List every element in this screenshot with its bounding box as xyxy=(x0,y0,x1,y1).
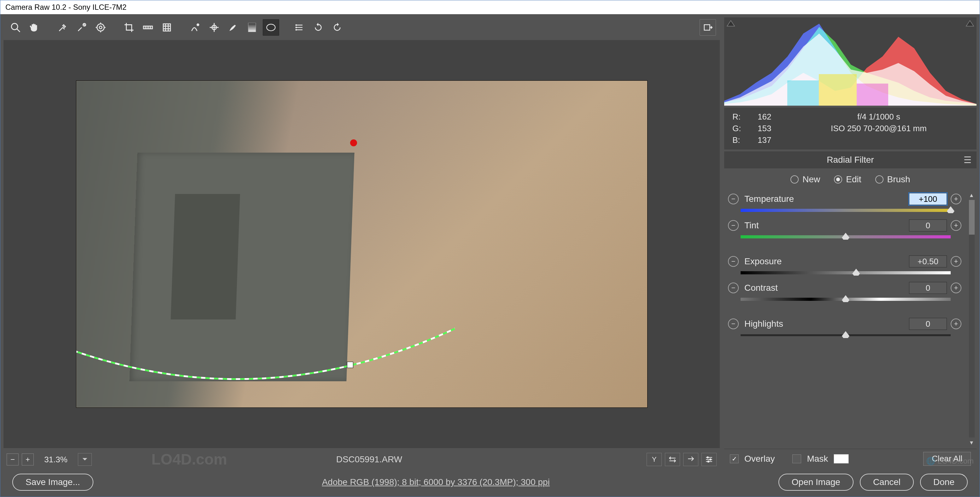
zoom-level: 31.3% xyxy=(37,453,75,466)
panel-menu-icon[interactable]: ☰ xyxy=(964,155,972,165)
color-readout: R:162 f/4 1/1000 s G:153 ISO 250 70-200@… xyxy=(724,108,977,149)
slider-label: Highlights xyxy=(745,319,905,329)
svg-line-1 xyxy=(17,29,20,32)
cancel-button[interactable]: Cancel xyxy=(860,474,914,491)
mask-checkbox[interactable] xyxy=(792,454,801,463)
minus-icon[interactable]: − xyxy=(728,283,739,293)
bottom-bar: Save Image... LO4D.com Adobe RGB (1998);… xyxy=(3,471,977,494)
sliders-button[interactable] xyxy=(702,453,717,466)
slider-track[interactable] xyxy=(741,332,951,338)
plus-icon[interactable]: + xyxy=(951,283,961,293)
slider-value[interactable]: +100 xyxy=(909,193,947,205)
zoom-out-button[interactable]: − xyxy=(6,454,19,465)
before-after-button[interactable]: Y xyxy=(647,453,662,466)
svg-point-28 xyxy=(296,25,297,25)
svg-point-19 xyxy=(197,24,199,26)
plus-icon[interactable]: + xyxy=(951,256,961,267)
mode-edit[interactable]: Edit xyxy=(834,175,861,184)
minus-icon[interactable]: − xyxy=(728,194,739,204)
preview-status-bar: − + 31.3% DSC05991.ARW Y xyxy=(3,451,720,468)
rotate-left-icon[interactable] xyxy=(310,19,326,36)
targeted-adjust-icon[interactable] xyxy=(92,19,109,36)
workflow-options-link[interactable]: Adobe RGB (1998); 8 bit; 6000 by 3376 (2… xyxy=(322,477,550,487)
transform-icon[interactable] xyxy=(159,19,175,36)
slider-tint: −Tint0+ xyxy=(728,219,973,242)
slider-label: Tint xyxy=(745,221,905,230)
slider-thumb[interactable] xyxy=(842,331,850,338)
mode-brush[interactable]: Brush xyxy=(875,175,910,184)
slider-value[interactable]: 0 xyxy=(909,219,947,232)
mask-color-swatch[interactable] xyxy=(834,454,849,464)
svg-point-3 xyxy=(99,26,102,29)
highlight-clip-icon[interactable] xyxy=(965,19,975,27)
scroll-up-icon[interactable]: ▴ xyxy=(967,191,976,199)
slider-thumb[interactable] xyxy=(842,295,850,302)
exif-line1: f/4 1/1000 s xyxy=(789,112,968,122)
svg-rect-40 xyxy=(857,84,888,106)
slider-value[interactable]: 0 xyxy=(909,318,947,330)
filename-label: DSC05991.ARW xyxy=(95,454,643,465)
export-icon[interactable] xyxy=(700,19,716,36)
hand-icon[interactable] xyxy=(26,19,43,36)
done-button[interactable]: Done xyxy=(920,474,968,491)
rotate-right-icon[interactable] xyxy=(329,19,345,36)
radial-filter-icon[interactable] xyxy=(263,19,279,36)
histogram[interactable] xyxy=(724,17,977,106)
plus-icon[interactable]: + xyxy=(951,319,961,329)
scroll-down-icon[interactable]: ▾ xyxy=(967,438,976,447)
minus-icon[interactable]: − xyxy=(728,256,739,267)
svg-point-0 xyxy=(11,23,18,30)
crop-icon[interactable] xyxy=(121,19,137,36)
scrollbar-thumb[interactable] xyxy=(969,200,975,235)
mask-label: Mask xyxy=(807,454,828,464)
svg-point-36 xyxy=(710,459,711,460)
image-preview[interactable] xyxy=(3,40,720,448)
zoom-in-button[interactable]: + xyxy=(22,454,34,465)
slider-track[interactable] xyxy=(741,234,951,240)
slider-highlights: −Highlights0+ xyxy=(728,318,973,341)
slider-label: Contrast xyxy=(745,283,905,293)
slider-track[interactable] xyxy=(741,270,951,276)
slider-value[interactable]: +0.50 xyxy=(909,256,947,267)
r-value: 162 xyxy=(757,112,789,122)
color-sampler-icon[interactable] xyxy=(73,19,90,36)
straighten-icon[interactable] xyxy=(140,19,156,36)
slider-track[interactable] xyxy=(741,208,951,213)
plus-icon[interactable]: + xyxy=(951,220,961,231)
slider-thumb[interactable] xyxy=(947,206,955,213)
sample-point[interactable] xyxy=(350,140,357,146)
minus-icon[interactable]: − xyxy=(728,220,739,231)
eyedropper-icon[interactable] xyxy=(54,19,71,36)
slider-thumb[interactable] xyxy=(852,269,860,276)
slider-value[interactable]: 0 xyxy=(909,282,947,294)
r-label: R: xyxy=(732,112,757,122)
slider-thumb[interactable] xyxy=(842,233,850,240)
preferences-icon[interactable] xyxy=(291,19,307,36)
exif-line2: ISO 250 70-200@161 mm xyxy=(789,124,968,133)
main-toolbar xyxy=(3,17,720,38)
save-image-button[interactable]: Save Image... xyxy=(12,474,93,491)
copy-settings-button[interactable] xyxy=(683,453,698,466)
redeye-icon[interactable] xyxy=(206,19,223,36)
swap-button[interactable] xyxy=(665,453,680,466)
overlay-checkbox[interactable]: ✓ xyxy=(730,454,739,463)
open-image-button[interactable]: Open Image xyxy=(778,474,854,491)
radial-filter-overlay[interactable] xyxy=(76,310,455,407)
radio-icon xyxy=(791,175,799,184)
minus-icon[interactable]: − xyxy=(728,319,739,329)
slider-track[interactable] xyxy=(741,297,951,302)
svg-point-30 xyxy=(296,29,297,30)
scrollbar-track[interactable] xyxy=(969,200,975,437)
adjustment-brush-icon[interactable] xyxy=(225,19,241,36)
clear-all-button[interactable]: Clear All xyxy=(923,452,971,466)
shadow-clip-icon[interactable] xyxy=(726,19,735,27)
mode-new[interactable]: New xyxy=(791,175,820,184)
overlay-handle[interactable] xyxy=(347,362,353,368)
spot-removal-icon[interactable] xyxy=(187,19,204,36)
zoom-dropdown[interactable] xyxy=(78,453,92,466)
slider-exposure: −Exposure+0.50+ xyxy=(728,256,973,278)
graduated-filter-icon[interactable] xyxy=(244,19,260,36)
zoom-icon[interactable] xyxy=(7,19,24,36)
plus-icon[interactable]: + xyxy=(951,194,961,204)
g-value: 153 xyxy=(757,124,789,133)
